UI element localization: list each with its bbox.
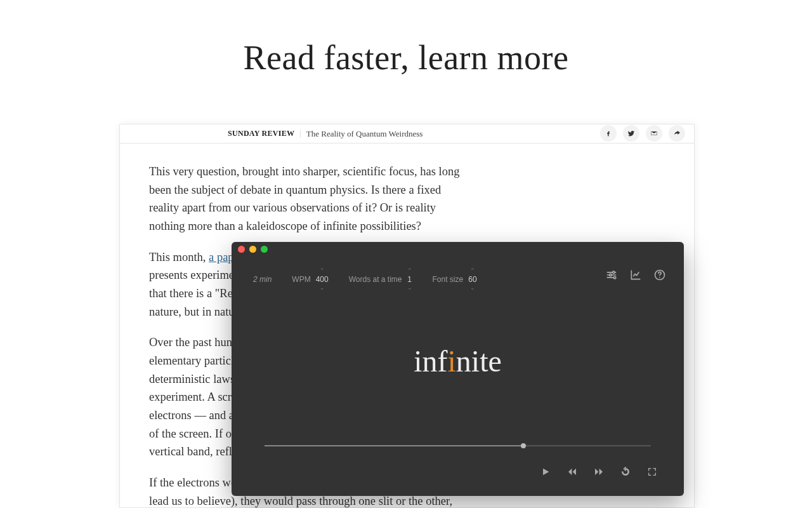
wpm-value: 400	[316, 274, 329, 284]
font-size-label: Font size	[433, 275, 464, 284]
font-up-button[interactable]: ⌃	[470, 267, 475, 274]
article-header: SUNDAY REVIEW | The Reality of Quantum W…	[120, 124, 694, 144]
progress-handle[interactable]	[521, 443, 526, 448]
words-down-button[interactable]: ⌄	[407, 284, 412, 291]
close-window-button[interactable]	[238, 246, 245, 253]
words-value: 1	[407, 274, 412, 284]
help-icon[interactable]	[653, 269, 666, 281]
share-toolbar	[600, 125, 685, 142]
font-size-control: Font size ⌃ 60 ⌄	[433, 267, 477, 291]
forward-button[interactable]	[594, 467, 604, 477]
twitter-icon[interactable]	[623, 125, 639, 142]
svg-point-2	[613, 277, 615, 279]
svg-point-0	[613, 271, 615, 273]
facebook-icon[interactable]	[600, 125, 617, 142]
share-more-icon[interactable]	[669, 125, 685, 142]
text: This month,	[149, 251, 209, 264]
reader-app-window: 2 min WPM ⌃ 400 ⌄ Words at a time ⌃ 1 ⌄ …	[232, 242, 684, 496]
words-at-time-label: Words at a time	[349, 275, 402, 284]
maximize-window-button[interactable]	[261, 246, 268, 253]
wpm-up-button[interactable]: ⌃	[320, 267, 325, 274]
reader-controls: 2 min WPM ⌃ 400 ⌄ Words at a time ⌃ 1 ⌄ …	[232, 256, 684, 291]
window-titlebar	[232, 242, 684, 256]
svg-point-1	[610, 274, 612, 276]
word-pre: inf	[414, 344, 447, 378]
wpm-label: WPM	[292, 275, 310, 284]
word-focus-letter: i	[448, 344, 456, 378]
minimize-window-button[interactable]	[249, 246, 256, 253]
fullscreen-button[interactable]	[647, 467, 657, 477]
paragraph: This very question, brought into sharper…	[149, 163, 465, 236]
font-value: 60	[468, 274, 476, 284]
time-estimate: 2 min	[253, 275, 272, 284]
progress-fill	[265, 445, 523, 446]
words-at-time-control: Words at a time ⌃ 1 ⌄	[349, 267, 412, 291]
wpm-down-button[interactable]: ⌄	[320, 284, 325, 291]
progress-track[interactable]	[265, 445, 651, 446]
words-up-button[interactable]: ⌃	[407, 267, 412, 274]
reader-word-display: infinite	[232, 344, 684, 378]
play-button[interactable]	[540, 467, 551, 477]
article-title: The Reality of Quantum Weirdness	[306, 129, 423, 139]
divider: |	[299, 129, 301, 138]
transport-controls	[540, 467, 657, 477]
wpm-control: WPM ⌃ 400 ⌄	[292, 267, 328, 291]
settings-icon[interactable]	[605, 269, 618, 281]
word-post: nite	[456, 344, 502, 378]
article-section-label: SUNDAY REVIEW	[228, 129, 294, 138]
rewind-button[interactable]	[567, 467, 577, 477]
restart-button[interactable]	[620, 467, 631, 477]
page-headline: Read faster, learn more	[0, 38, 812, 77]
font-down-button[interactable]: ⌄	[470, 284, 475, 291]
reader-toolbar	[605, 269, 666, 281]
email-icon[interactable]	[646, 125, 662, 142]
chart-icon[interactable]	[629, 269, 642, 281]
